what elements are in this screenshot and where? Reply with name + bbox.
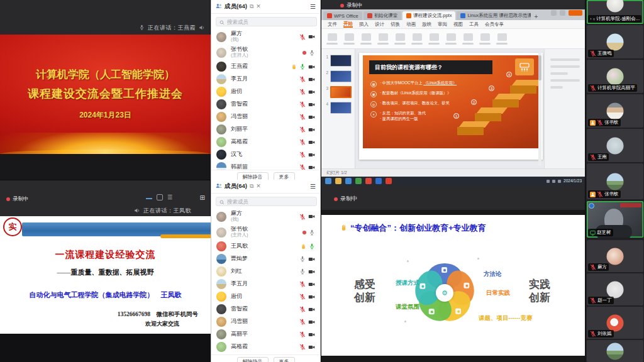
wps-icon[interactable] <box>386 178 392 184</box>
participant-tile[interactable]: 赵芝树 <box>587 201 643 238</box>
member-row[interactable]: 高格霞 <box>211 341 320 353</box>
member-row[interactable]: 雷智霞 <box>211 98 320 111</box>
member-row[interactable]: 麻方(我) <box>211 209 320 224</box>
member-row[interactable]: 张书钦(主持人) <box>211 45 320 60</box>
search-input[interactable] <box>227 19 309 25</box>
participant-tile[interactable]: 麻方 <box>587 240 643 272</box>
menu-icon[interactable]: ☰ <box>310 3 316 10</box>
member-row[interactable]: 唐仞 <box>211 85 320 98</box>
ribbon-group[interactable] <box>394 33 406 45</box>
ribbon-group[interactable] <box>326 33 338 45</box>
ribbon-group[interactable] <box>496 33 508 45</box>
menu-item-切换[interactable]: 切换 <box>391 21 400 28</box>
popout-icon[interactable]: ⧉ <box>250 4 253 9</box>
slide-thumbnail[interactable] <box>330 102 352 114</box>
participant-tile[interactable]: 王南 <box>587 129 643 162</box>
new-tab-button[interactable]: + <box>534 13 538 20</box>
menu-item-工具[interactable]: 工具 <box>469 21 479 28</box>
slide-thumbnail-row[interactable]: 4 <box>321 100 355 116</box>
member-row[interactable]: 高丽平 <box>211 328 320 341</box>
menu-item-视图[interactable]: 视图 <box>453 21 463 28</box>
member-row[interactable]: 张书钦(主持人) <box>211 224 320 240</box>
wps-tab[interactable]: Linux系统应用 课程思政示范课.pdf <box>457 11 531 20</box>
list-view-icon[interactable]: ☰ <box>167 194 172 200</box>
ribbon-group[interactable] <box>377 33 389 45</box>
slide-thumbnail[interactable] <box>330 86 352 98</box>
participant-tile[interactable]: 张书钦 <box>587 94 643 128</box>
member-row[interactable]: 李五月 <box>211 278 320 290</box>
member-row[interactable]: 冯雪丽 <box>211 315 320 328</box>
wps-tab[interactable]: WPS Office <box>323 11 362 20</box>
slide-thumbnail-row[interactable]: 1 <box>321 53 355 69</box>
member-row[interactable]: 刘丽平 <box>211 123 320 136</box>
grid-view-icon[interactable]: ⊞ <box>200 194 205 201</box>
slide-thumbnail[interactable] <box>330 55 352 67</box>
unmute-all-button[interactable]: 解除静音 <box>237 357 269 362</box>
minimize-icon[interactable] <box>146 198 152 199</box>
more-button[interactable]: 更多 <box>274 357 295 362</box>
participant-tile[interactable]: 张书钦 <box>587 163 643 199</box>
member-row[interactable]: 高格霞 <box>211 136 320 148</box>
ribbon-group[interactable] <box>445 33 457 45</box>
label-class-atmosphere: 课堂氛围 <box>396 303 419 311</box>
wps-tab[interactable]: 课程建设交流.pptx <box>402 11 455 20</box>
ribbon-group[interactable] <box>343 33 355 45</box>
menu-item-放映[interactable]: 放映 <box>422 21 431 28</box>
member-row[interactable]: 王凤歌 <box>211 240 320 253</box>
search-input[interactable] <box>227 199 309 205</box>
window-controls <box>551 10 582 16</box>
member-search[interactable] <box>216 17 317 26</box>
participant-tile[interactable]: 赵一丁 <box>587 273 643 305</box>
member-row[interactable]: 麻方(我) <box>211 29 320 45</box>
member-status-icons <box>299 89 315 96</box>
login-button[interactable] <box>569 10 582 16</box>
app-icon-blue[interactable] <box>345 178 352 184</box>
ribbon-group[interactable] <box>428 33 440 45</box>
participant-tile[interactable] <box>587 340 643 362</box>
ribbon-group[interactable] <box>360 33 372 45</box>
menu-item-审阅[interactable]: 审阅 <box>438 21 447 28</box>
member-row[interactable]: 雷智霞 <box>211 303 320 315</box>
app-icon-blue2[interactable] <box>375 178 382 184</box>
ribbon-group[interactable] <box>462 33 474 45</box>
participant-tile[interactable]: 计算机学院-盛刚会... <box>587 0 643 24</box>
participant-tile[interactable]: 刘依嫣 <box>587 307 643 339</box>
member-row[interactable]: 唐仞 <box>211 290 320 303</box>
participant-tile[interactable]: 计算机学院高丽平 <box>587 60 643 93</box>
popout-icon[interactable]: ⧉ <box>250 184 253 189</box>
member-row[interactable]: 李五月 <box>211 73 320 85</box>
browser-icon[interactable] <box>365 178 372 184</box>
member-row[interactable]: 王燕霞 <box>211 60 320 73</box>
menu-icon[interactable]: ☰ <box>310 183 316 190</box>
ribbon-group[interactable] <box>479 33 491 45</box>
minimize-icon[interactable] <box>560 10 565 16</box>
layout-icon[interactable] <box>157 194 163 200</box>
layout-icon[interactable] <box>551 10 557 16</box>
member-search[interactable] <box>216 197 317 206</box>
member-row[interactable]: 冯雪丽 <box>211 111 320 123</box>
member-row[interactable]: 汉飞 <box>211 148 320 161</box>
menu-item-开始[interactable]: 开始 <box>343 21 353 28</box>
slide-thumbnail-row[interactable]: 3 <box>321 84 355 100</box>
slide-thumbnail-row[interactable]: 2 <box>321 69 355 84</box>
menu-item-文件[interactable]: 文件 <box>328 21 337 28</box>
menu-item-动画[interactable]: 动画 <box>406 21 416 28</box>
start-button[interactable] <box>325 178 331 184</box>
member-row[interactable]: 刘红 <box>211 265 320 278</box>
menu-item-插入[interactable]: 插入 <box>359 21 369 28</box>
app-icon-green[interactable] <box>355 178 362 184</box>
menu-item-设计[interactable]: 设计 <box>375 21 384 28</box>
more-button[interactable]: 更多 <box>274 172 295 180</box>
member-row[interactable]: 曹灿梦 <box>211 253 320 265</box>
menu-item-会员专享[interactable]: 会员专享 <box>485 21 504 28</box>
close-icon[interactable]: ✕ <box>256 4 261 9</box>
ribbon-group[interactable] <box>411 33 423 45</box>
scrollbar[interactable] <box>538 52 541 166</box>
participant-label: 计算机学院-盛刚会... <box>588 15 641 23</box>
slide-thumbnail[interactable] <box>330 70 352 82</box>
participant-tile[interactable]: 王微鸣 <box>587 25 643 58</box>
close-icon[interactable]: ✕ <box>256 184 261 189</box>
explorer-icon[interactable] <box>335 178 341 184</box>
wps-tab[interactable]: 初始化课堂 <box>364 11 402 20</box>
unmute-all-button[interactable]: 解除静音 <box>237 172 269 180</box>
